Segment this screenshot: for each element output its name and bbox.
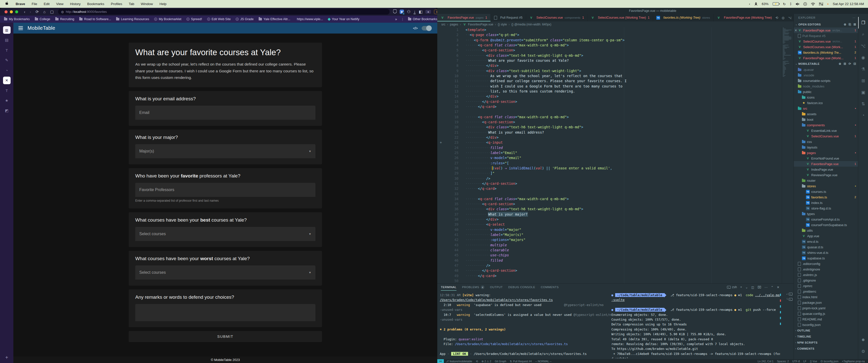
code-line[interactable]: 48········</q-card-section> xyxy=(437,268,782,273)
menu-view[interactable]: View xyxy=(56,2,64,6)
code-line[interactable]: 45············use-chips xyxy=(437,253,782,258)
download-icon[interactable]: ↓ xyxy=(413,9,415,14)
tree-row[interactable]: quasar.config.js xyxy=(794,311,858,317)
bookmark-item[interactable]: My Bookmarks xyxy=(4,18,30,21)
tree-row[interactable]: TSindex.ts xyxy=(794,200,858,205)
panel-icon[interactable]: ▤ xyxy=(3,36,10,44)
tree-row[interactable]: .editorconfig xyxy=(794,261,858,266)
rocket-icon[interactable] xyxy=(754,2,758,6)
code-line[interactable]: 49······</q-card> xyxy=(437,273,782,278)
section-comments[interactable]: ›COMMENTS xyxy=(794,345,858,352)
tree-row[interactable]: TScourses.ts xyxy=(794,189,858,194)
tree-row[interactable]: README.md xyxy=(794,317,858,322)
tree-row[interactable]: components● xyxy=(794,122,858,128)
open-editors-section[interactable]: ⌄OPEN EDITORS⊕⎘⊠ xyxy=(794,22,858,28)
terminal-session-1[interactable]: ⌐>_ xyxy=(786,293,793,295)
section-npm-scripts[interactable]: ›NPM SCRIPTS xyxy=(794,339,858,345)
tree-row[interactable]: .eslintrc.js xyxy=(794,272,858,277)
brave-shield-icon[interactable] xyxy=(393,9,397,14)
window-traffic-lights[interactable] xyxy=(0,10,22,13)
check-icon[interactable]: ◎ xyxy=(782,16,784,20)
code-line[interactable]: 37···········What is your major? xyxy=(437,212,782,217)
open-editor-row[interactable]: TSfavorites.ts (Working Tre...2 xyxy=(794,50,858,55)
panel-tab-debug-console[interactable]: DEBUG CONSOLE xyxy=(508,284,535,291)
breadcrumb-item[interactable]: {} @media (min-width: 640px) xyxy=(512,23,551,26)
panel-tab-problems[interactable]: PROBLEMS4 xyxy=(462,284,485,291)
code-line[interactable]: 3····<q-form @submit.prevent="submitForm… xyxy=(437,38,782,43)
code-line[interactable]: 43············multiple xyxy=(437,242,782,248)
tree-row[interactable]: TSsupabase.ts xyxy=(794,255,858,261)
professors-field[interactable]: Favorite Professors xyxy=(135,183,315,197)
code-line[interactable]: 30··········/> xyxy=(437,176,782,181)
menu-help[interactable]: Help xyxy=(159,2,166,6)
sidebar-toggle-icon[interactable]: ◧ xyxy=(418,9,423,14)
github-pr-icon[interactable]: ⇅ xyxy=(858,98,868,110)
menu-profiles[interactable]: Profiles xyxy=(111,2,122,6)
accounts-icon[interactable]: ☻ xyxy=(858,334,868,345)
menu-history[interactable]: History xyxy=(70,2,81,6)
volume-mute-icon[interactable] xyxy=(796,2,799,5)
code-line[interactable]: 50 xyxy=(437,278,782,283)
back-button[interactable]: ‹ xyxy=(24,10,25,13)
panel-tab-comments[interactable]: COMMENTS xyxy=(541,284,559,291)
tree-row[interactable]: .eslintignore xyxy=(794,266,858,272)
draw-tool-icon[interactable]: ✎ xyxy=(3,57,10,64)
status-item[interactable]: {} Vue xyxy=(808,360,819,363)
code-line[interactable]: 42············:options="majors" xyxy=(437,237,782,242)
chevron-left-icon[interactable]: ‹ xyxy=(749,2,750,6)
code-line[interactable]: 47··········/> xyxy=(437,263,782,268)
tree-row[interactable]: css xyxy=(794,139,858,144)
tree-row[interactable]: TSquasar.d.ts xyxy=(794,244,858,250)
status-item[interactable]: <TagName prop-na xyxy=(840,360,867,363)
tree-row[interactable]: VIndexPage.vue xyxy=(794,167,858,172)
code-line[interactable]: 27············:rules="[ xyxy=(437,161,782,166)
tree-row[interactable]: .vscode xyxy=(794,72,858,78)
root-folder-section[interactable]: ⌄MOBILETABLE⊕⊞⟳⊟ xyxy=(794,61,858,67)
menu-brave[interactable]: Brave xyxy=(16,2,25,6)
open-editor-row[interactable]: VSelectCourses.vue (Work...1 xyxy=(794,44,858,50)
brave-wallet-icon[interactable]: ◈ xyxy=(426,10,431,13)
editor-tab[interactable]: VFavoritesPage.vue (Working Tree) xyxy=(714,14,775,22)
code-line[interactable]: 4······<q-card flat class="max-width-car… xyxy=(437,43,782,47)
bookmark-item[interactable]: Road to Software... xyxy=(79,18,111,21)
tree-row[interactable]: pnpm-lock.yaml xyxy=(794,305,858,311)
editor-tab[interactable]: VSelectCourses.vue (Working Tree)1 xyxy=(587,14,653,22)
search-icon[interactable]: ⌕ xyxy=(858,29,868,40)
code-line[interactable]: 16······</q-card> xyxy=(437,104,782,109)
tab-search-button[interactable]: ▢ xyxy=(50,10,54,13)
tree-row[interactable]: utils xyxy=(794,228,858,233)
status-item[interactable]: ⎇feature/mobiletable xyxy=(444,360,474,363)
tree-row[interactable]: .quasar xyxy=(794,67,858,72)
status-item[interactable]: ⇅Pull Request #4 xyxy=(508,360,533,363)
breadcrumb-item[interactable]: pages xyxy=(450,23,458,26)
bot-extension-icon[interactable]: ⚇ xyxy=(407,9,410,14)
code-line[interactable]: 5········<q-card-section> xyxy=(437,47,782,53)
section-action-icon[interactable]: ⊠ xyxy=(854,23,856,26)
app-menu-icon[interactable] xyxy=(19,26,23,30)
code-line[interactable]: 25············label="Email" xyxy=(437,150,782,155)
code-line[interactable]: 22··········</div> xyxy=(437,135,782,140)
app-icon[interactable]: ▥ xyxy=(3,26,10,34)
minimap[interactable] xyxy=(782,27,794,284)
tree-row[interactable]: TScourseFromApi.d.ts xyxy=(794,217,858,222)
bookmark-item[interactable]: JS Grade xyxy=(236,18,254,21)
code-line[interactable]: 36··········<div class="text-h6 text-wei… xyxy=(437,206,782,211)
play-circle-icon[interactable] xyxy=(803,2,807,6)
code-line[interactable]: 24············filled xyxy=(437,145,782,150)
code-line[interactable]: 14··········</div> xyxy=(437,94,782,99)
code-line[interactable]: 31········</q-card-section> xyxy=(437,181,782,186)
bookmark-item[interactable]: Edit Web Site xyxy=(207,18,231,21)
project-manager-icon[interactable]: ▣ xyxy=(858,87,868,98)
tree-row[interactable]: VErrorNotFound.vue xyxy=(794,156,858,161)
tree-row[interactable]: router xyxy=(794,178,858,183)
url-bar[interactable]: ◍ http://localhost:9000/favorites xyxy=(58,9,390,14)
code-editor[interactable]: 1<template>2··<q-page class="q-pt-md">3·… xyxy=(437,27,782,284)
status-item[interactable]: Git Graph xyxy=(493,360,508,363)
favorites-icon[interactable]: ★ xyxy=(3,97,10,104)
section-action-icon[interactable]: ⊞ xyxy=(843,62,846,66)
tree-row[interactable]: boot xyxy=(794,117,858,122)
open-editor-row[interactable]: ✕VFavoritesPage.vuesrc/pa...1 xyxy=(794,28,858,33)
menu-file[interactable]: File xyxy=(32,2,37,6)
close-window-button[interactable] xyxy=(4,10,7,13)
github-icon[interactable]: ◉ xyxy=(858,52,868,63)
